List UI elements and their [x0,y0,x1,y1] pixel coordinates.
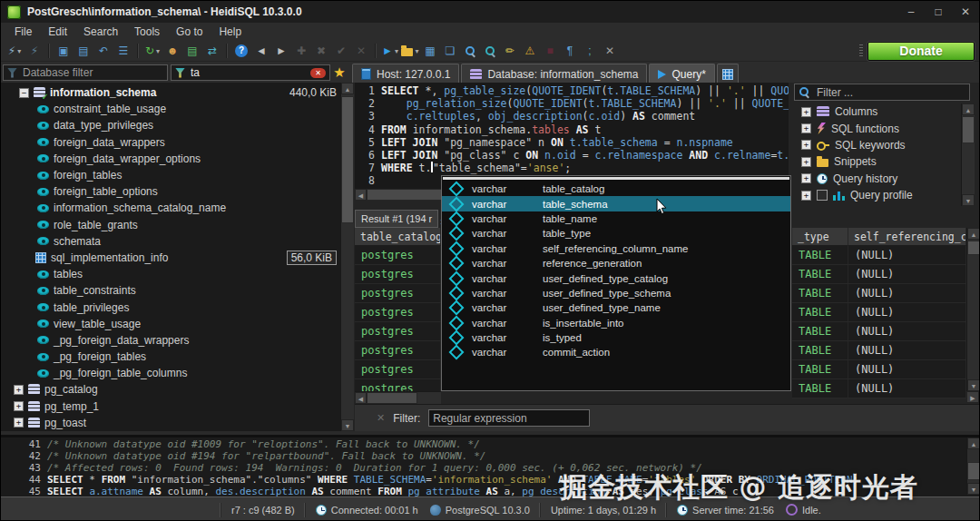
scroll-up-icon[interactable]: ▲ [967,437,980,449]
cell-table-type[interactable]: TABLE [792,360,848,378]
scrollbar-thumb[interactable] [367,392,417,404]
cell-self-referencing[interactable]: (NULL) [848,303,966,321]
menu-file[interactable]: File [6,24,40,40]
export-database-button[interactable]: ☰ [113,41,133,61]
tree-item-pg-toast[interactable]: +pg_toast [1,415,340,431]
user-manager-button[interactable]: ☻ [162,41,182,61]
scroll-left-icon[interactable]: ◀ [355,189,367,201]
menu-edit[interactable]: Edit [40,24,75,40]
expand-icon[interactable]: + [14,401,24,411]
tree-item-foreign-table-options[interactable]: foreign_table_options [1,183,340,200]
tree-item-role-table-grants[interactable]: role_table_grants [1,217,340,233]
cell-table-type[interactable]: TABLE [792,341,848,359]
cell-self-referencing[interactable]: (NULL) [848,284,966,302]
table-row[interactable]: postgres [355,284,441,303]
tree-item-foreign-tables[interactable]: foreign_tables [1,167,340,183]
new-query-tab-button[interactable] [717,64,739,84]
cell-table-catalog[interactable]: postgres [355,322,441,340]
helper-scrollbar[interactable]: ▲ ▼ [961,103,975,206]
grid-filter-input[interactable] [428,409,590,427]
panel-item-query-profile[interactable]: +Query profile [794,187,959,203]
cell-self-referencing[interactable]: (NULL) [848,265,966,283]
create-table-button[interactable]: ▤ [182,41,202,61]
menu-tools[interactable]: Tools [126,24,168,40]
tree-item-pg-temp-1[interactable]: +pg_temp_1 [1,398,340,415]
helper-filter-input[interactable] [815,85,965,100]
cell-table-type[interactable]: TABLE [792,322,848,340]
minimize-button[interactable]: – [897,3,925,21]
expand-icon[interactable]: + [801,173,811,183]
cell-table-catalog[interactable]: postgres [355,246,441,264]
expand-icon[interactable]: + [801,140,811,150]
scroll-up-icon[interactable]: ▲ [962,103,975,115]
autocomplete-item-table-catalog[interactable]: varchartable_catalog [442,182,790,196]
autocomplete-item-reference-generation[interactable]: varcharreference_generation [442,256,790,270]
discard-changes-button[interactable]: ✕ [351,41,371,61]
stop-on-errors-button[interactable]: ⚠ [520,41,540,61]
delimiter-button[interactable]: ; [580,41,600,61]
sql-editor[interactable]: 1SELECT *, pg_table_size(QUOTE_IDENT(t.T… [355,83,789,188]
cell-table-type[interactable]: TABLE [792,303,848,321]
autocomplete-item-table-schema[interactable]: varchartable_schema [442,196,790,211]
cell-table-type[interactable]: TABLE [792,284,848,302]
paste-button[interactable]: ▤ [74,41,93,61]
expand-icon[interactable]: + [14,418,24,428]
autocomplete-item-user-defined-type-catalog[interactable]: varcharuser_defined_type_catalog [442,270,790,285]
column-header-table-catalog[interactable]: table_catalog [355,228,441,246]
connect-button[interactable]: ⚡▾ [5,41,24,61]
query-profile-checkbox[interactable] [817,190,828,201]
tree-item-foreign-data-wrapper-options[interactable]: foreign_data_wrapper_options [1,151,340,167]
autocomplete-item-commit-action[interactable]: varcharcommit_action [442,345,790,359]
autocomplete-item-table-type[interactable]: varchartable_type [442,226,790,241]
collapse-icon[interactable]: − [19,88,29,98]
help-button[interactable]: ? [231,41,251,61]
scroll-down-icon[interactable]: ▼ [967,379,980,391]
autocomplete-item-user-defined-type-schema[interactable]: varcharuser_defined_type_schema [442,286,790,300]
table-row[interactable]: postgres [355,360,441,379]
maximize-button[interactable]: □ [925,3,952,21]
tree-item-pg-foreign-table-columns[interactable]: _pg_foreign_table_columns [1,365,340,381]
save-button[interactable]: ▦ [420,41,440,61]
disconnect-button[interactable]: ⚡ [24,41,44,61]
scroll-left-icon[interactable]: ◀ [355,392,367,404]
table-row[interactable]: TABLE(NULL) [792,322,966,341]
clean-button[interactable]: ✏ [500,41,520,61]
cell-table-catalog[interactable]: postgres [355,265,441,283]
next-tab-button[interactable]: ► [271,41,291,61]
tree-item-data-type-privileges[interactable]: data_type_privileges [1,117,340,133]
expand-icon[interactable]: + [801,157,811,167]
tree-item-tables[interactable]: tables [1,266,340,282]
panel-item-sql-keywords[interactable]: +SQL keywords [794,137,959,153]
scroll-up-icon[interactable]: ▲ [341,83,354,94]
autocomplete-item-is-typed[interactable]: varcharis_typed [442,330,790,345]
expand-icon[interactable]: + [801,191,811,201]
autocomplete-item-table-name[interactable]: varchartable_name [442,211,790,226]
table-row[interactable]: postgres [355,341,441,360]
database-filter-input[interactable] [21,65,163,80]
tree-item-table-constraints[interactable]: table_constraints [1,282,340,299]
query-tab[interactable]: Query* [649,64,714,84]
tree-item-information-schema[interactable]: −✓information_schema440,0 KiB [1,84,340,101]
table-row[interactable]: TABLE(NULL) [792,284,966,303]
tree-item-view-table-usage[interactable]: view_table_usage [1,316,340,332]
tree-item-pg-foreign-tables[interactable]: _pg_foreign_tables [1,349,340,365]
scrollbar-thumb[interactable] [341,96,354,223]
cell-table-type[interactable]: TABLE [792,246,848,264]
scrollbar-thumb[interactable] [967,241,980,255]
cell-table-catalog[interactable]: postgres [355,303,441,321]
table-filter-input[interactable] [189,65,307,80]
post-changes-button[interactable]: ✔ [331,41,351,61]
copy-button[interactable]: ▣ [54,41,74,61]
expand-icon[interactable]: + [801,107,811,117]
tree-scrollbar[interactable]: ▲ ▼ [340,83,354,431]
menu-go-to[interactable]: Go to [168,24,211,40]
autocomplete-item-self-referencing-column-name[interactable]: varcharself_referencing_column_name [442,241,790,256]
table-row[interactable]: postgres [355,322,441,341]
cell-self-referencing[interactable]: (NULL) [848,379,966,398]
tree-item-foreign-data-wrappers[interactable]: foreign_data_wrappers [1,134,340,151]
find-replace-button[interactable] [480,41,500,61]
cell-table-catalog[interactable]: postgres [355,284,441,302]
tree-item-schemata[interactable]: schemata [1,233,340,250]
previous-tab-button[interactable]: ◄ [251,41,271,61]
refresh-button[interactable]: ↻▾ [142,41,162,61]
